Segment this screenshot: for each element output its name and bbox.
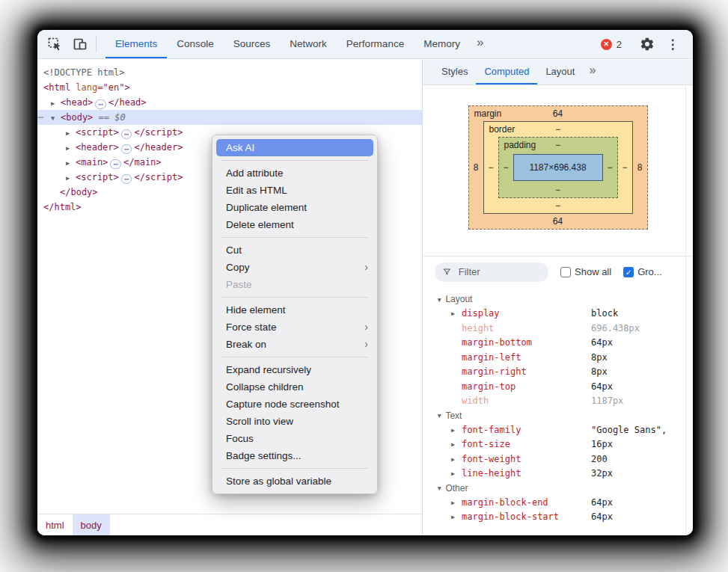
twisty-collapsed-icon[interactable]: ▶: [66, 170, 76, 185]
tab-computed[interactable]: Computed: [476, 60, 537, 84]
menu-item-badge-settings[interactable]: Badge settings...: [212, 447, 377, 464]
twisty-collapsed-icon[interactable]: ▶: [66, 141, 76, 156]
kebab-menu-icon[interactable]: ⋮: [661, 37, 684, 52]
menu-item-scroll-into-view[interactable]: Scroll into view: [212, 413, 377, 430]
section-layout[interactable]: ▼Layout: [423, 292, 693, 307]
menu-item-duplicate-element[interactable]: Duplicate element: [212, 199, 377, 216]
box-model-border[interactable]: border− − padding− − 1187×696.438 −: [483, 121, 633, 214]
border-label: border: [489, 124, 516, 135]
margin-top-value: 64: [553, 108, 563, 119]
twisty-collapsed-icon[interactable]: ▶: [51, 96, 61, 111]
property-row-margin-bottom[interactable]: margin-bottom64px: [423, 336, 693, 351]
menu-item-focus[interactable]: Focus: [212, 430, 377, 447]
property-expand-icon[interactable]: ▶: [451, 452, 455, 467]
property-expand-icon[interactable]: ▶: [451, 423, 455, 438]
property-row-display[interactable]: ▶displayblock: [423, 307, 693, 322]
tab-performance[interactable]: Performance: [337, 30, 414, 58]
menu-item-capture-node-screenshot[interactable]: Capture node screenshot: [212, 396, 377, 413]
property-row-margin-block-start[interactable]: ▶margin-block-start64px: [423, 510, 693, 525]
inline-expand-button[interactable]: ⋯: [121, 174, 132, 184]
padding-left-value: −: [499, 153, 513, 182]
dom-node-head[interactable]: ▶<head>⋯</head>: [37, 95, 422, 110]
filter-input-container[interactable]: [435, 262, 548, 282]
device-toolbar-icon[interactable]: [69, 30, 91, 58]
settings-gear-icon[interactable]: [636, 37, 658, 52]
twisty-expanded-icon[interactable]: ▼: [51, 111, 61, 126]
elements-panel: <!DOCTYPE html> <html lang="en"> ▶<head>…: [37, 60, 423, 535]
tab-console[interactable]: Console: [167, 30, 224, 58]
menu-item-cut[interactable]: Cut: [212, 242, 377, 259]
tab-elements[interactable]: Elements: [105, 30, 167, 58]
menu-item-store-as-global-variable[interactable]: Store as global variable: [212, 473, 377, 490]
menu-separator: [221, 297, 368, 298]
property-expand-icon[interactable]: ▶: [451, 510, 455, 525]
twisty-collapsed-icon[interactable]: ▶: [66, 126, 76, 141]
property-row-font-family[interactable]: ▶font-family"Google Sans",: [423, 423, 693, 438]
property-row-margin-right[interactable]: margin-right8px: [423, 365, 693, 380]
property-row-margin-left[interactable]: margin-left8px: [423, 351, 693, 366]
show-all-checkbox[interactable]: [560, 267, 571, 277]
property-row-font-weight[interactable]: ▶font-weight200: [423, 452, 693, 467]
property-expand-icon[interactable]: ▶: [451, 307, 455, 322]
property-row-width[interactable]: width1187px: [423, 394, 693, 409]
inline-expand-button[interactable]: ⋯: [121, 129, 132, 139]
property-row-font-size[interactable]: ▶font-size16px: [423, 437, 693, 452]
menu-item-add-attribute[interactable]: Add attribute: [212, 164, 377, 182]
filter-input[interactable]: [457, 265, 541, 278]
show-all-checkbox-group[interactable]: Show all: [560, 266, 611, 277]
property-expand-icon[interactable]: ▶: [451, 467, 455, 482]
menu-item-edit-as-html[interactable]: Edit as HTML: [212, 182, 377, 199]
property-row-margin-block-end[interactable]: ▶margin-block-end64px: [423, 496, 693, 511]
property-row-margin-top[interactable]: margin-top64px: [423, 380, 693, 395]
box-model-padding[interactable]: padding− − 1187×696.438 − −: [498, 137, 618, 198]
show-all-label: Show all: [575, 266, 611, 277]
property-row-line-height[interactable]: ▶line-height32px: [423, 467, 693, 482]
menu-separator: [221, 468, 368, 469]
main-content: <!DOCTYPE html> <html lang="en"> ▶<head>…: [37, 60, 693, 535]
toolbar-right-group: ✕ 2 ⋮: [601, 30, 693, 58]
more-panels-icon[interactable]: »: [470, 30, 490, 58]
padding-bottom-value: −: [555, 185, 560, 195]
more-sidebar-tabs-icon[interactable]: »: [583, 60, 602, 84]
property-expand-icon[interactable]: ▶: [451, 496, 455, 511]
console-error-indicator[interactable]: ✕ 2: [601, 39, 622, 50]
menu-item-delete-element[interactable]: Delete element: [212, 216, 377, 233]
tab-network[interactable]: Network: [280, 30, 337, 58]
box-model-margin[interactable]: margin64 8 border− − padding− −: [468, 105, 648, 230]
scrollbar-track[interactable]: [685, 85, 686, 535]
box-model-content[interactable]: 1187×696.438: [513, 154, 603, 181]
tab-sources[interactable]: Sources: [224, 30, 281, 58]
property-row-height[interactable]: height696.438px: [423, 322, 693, 336]
submenu-arrow-icon: ›: [364, 319, 368, 336]
breadcrumb-item-html[interactable]: html: [37, 514, 73, 535]
inline-expand-button[interactable]: ⋯: [121, 144, 132, 154]
tab-layout[interactable]: Layout: [537, 60, 583, 84]
menu-item-ask-ai[interactable]: Ask AI: [216, 139, 373, 156]
node-options-icon[interactable]: ⋯: [38, 110, 43, 125]
inspect-element-icon[interactable]: [43, 30, 66, 58]
section-other[interactable]: ▼Other: [423, 482, 693, 496]
padding-right-value: −: [603, 153, 617, 182]
box-model-diagram: margin64 8 border− − padding− −: [423, 85, 693, 256]
twisty-collapsed-icon[interactable]: ▶: [66, 156, 76, 170]
dom-node-html[interactable]: <html lang="en">: [37, 80, 422, 95]
dom-node-body-selected[interactable]: ⋯▼<body> == $0: [37, 110, 422, 125]
dom-node-doctype[interactable]: <!DOCTYPE html>: [37, 65, 422, 80]
breadcrumb-item-body[interactable]: body: [73, 514, 110, 535]
menu-item-copy[interactable]: Copy›: [212, 259, 377, 276]
tab-memory[interactable]: Memory: [414, 30, 470, 58]
group-checkbox-group[interactable]: ✓ Gro...: [623, 266, 662, 277]
inline-expand-button[interactable]: ⋯: [110, 159, 121, 169]
tab-styles[interactable]: Styles: [433, 60, 476, 84]
property-expand-icon[interactable]: ▶: [451, 437, 455, 452]
menu-item-force-state[interactable]: Force state›: [212, 319, 377, 336]
menu-item-hide-element[interactable]: Hide element: [212, 301, 377, 319]
section-text[interactable]: ▼Text: [423, 409, 693, 423]
menu-item-collapse-children[interactable]: Collapse children: [212, 378, 377, 396]
styles-sidebar: Styles Computed Layout » margin64 8 bord…: [423, 60, 693, 535]
menu-item-expand-recursively[interactable]: Expand recursively: [212, 361, 377, 378]
menu-item-break-on[interactable]: Break on›: [212, 336, 377, 353]
group-checkbox-checked[interactable]: ✓: [623, 267, 634, 277]
inline-expand-button[interactable]: ⋯: [95, 99, 106, 109]
section-expanded-icon: ▼: [436, 412, 442, 419]
